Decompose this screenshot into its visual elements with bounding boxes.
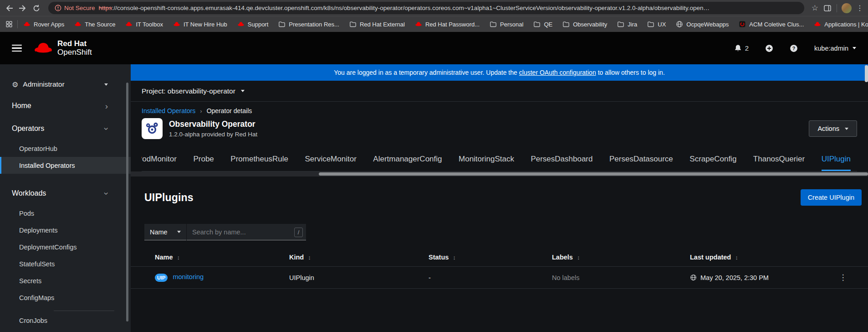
globe-icon	[690, 274, 697, 281]
row-kebab-menu[interactable]: ⋮	[818, 273, 868, 282]
tab-persesdashboard[interactable]: PersesDashboard	[531, 155, 592, 171]
browser-menu-icon[interactable]: ⋮	[856, 5, 863, 12]
bookmark-red-hat-external[interactable]: Red Hat External	[349, 21, 405, 28]
reload-icon[interactable]	[32, 4, 41, 13]
perspective-switcher[interactable]: ⚙ Administrator	[0, 74, 131, 94]
page-title: UIPlugins	[144, 192, 194, 204]
sidebar-item-cronjobs[interactable]: CronJobs	[0, 312, 131, 329]
bookmarks-bar: Rover Apps The Source IT Toolbox IT New …	[0, 16, 868, 32]
folder-icon	[647, 21, 654, 28]
bookmark-applications-konf[interactable]: Applications | Konf...	[814, 21, 868, 28]
tab-probe[interactable]: Probe	[193, 155, 214, 171]
notification-count: 2	[745, 44, 749, 52]
sidebar-item-operatorhub[interactable]: OperatorHub	[0, 140, 131, 157]
add-circle-icon[interactable]	[765, 44, 773, 52]
bookmark-rover-apps[interactable]: Rover Apps	[23, 21, 64, 28]
column-header-status[interactable]: Status	[429, 254, 449, 261]
bookmark-acm-coletive-clus[interactable]: ACM Coletive Clus...	[739, 21, 804, 28]
not-secure-chip[interactable]: Not Secure	[55, 5, 95, 11]
redhat-icon	[173, 21, 180, 28]
bookmark-ocpqewebapps[interactable]: OcpqeWebapps	[676, 21, 729, 28]
oauth-config-link[interactable]: cluster OAuth configuration	[519, 69, 596, 76]
page-scrollbar[interactable]	[865, 65, 868, 82]
bookmark-presentation-res[interactable]: Presentation Res...	[278, 21, 339, 28]
tab-prometheusrule[interactable]: PrometheusRule	[230, 155, 288, 171]
tab-podmonitor[interactable]: PodMonitor	[142, 155, 177, 171]
sort-icon[interactable]: ↕	[577, 254, 580, 261]
operator-subtitle: 1.2.0-alpha provided by Red Hat	[169, 131, 257, 138]
side-panel-icon[interactable]	[823, 4, 832, 13]
actions-button[interactable]: Actions	[809, 120, 857, 137]
bookmark-jira[interactable]: Jira	[617, 21, 637, 28]
bookmark-support[interactable]: Support	[237, 21, 269, 28]
sort-icon[interactable]: ↕	[177, 254, 180, 261]
sidebar-item-workloads[interactable]: Workloads ›	[0, 182, 131, 205]
tab-thanosquerier[interactable]: ThanosQuerier	[753, 155, 805, 171]
sort-icon[interactable]: ↕	[308, 254, 311, 261]
redhat-icon	[237, 21, 245, 28]
sidebar-item-deploymentconfigs[interactable]: DeploymentConfigs	[0, 239, 131, 255]
bookmark-observability[interactable]: Observability	[562, 21, 607, 28]
forward-icon[interactable]	[18, 4, 27, 13]
folder-icon	[349, 21, 357, 28]
sort-icon[interactable]: ↕	[453, 254, 456, 261]
bookmark-ux[interactable]: UX	[647, 21, 666, 28]
app-launcher-icon[interactable]	[709, 44, 718, 52]
sidebar-scrollbar[interactable]	[126, 83, 128, 322]
sidebar-item-configmaps[interactable]: ConfigMaps	[0, 289, 131, 306]
svg-text:?: ?	[792, 46, 796, 51]
table-header-row: Name↕ Kind↕ Status↕ Labels↕ Last updated…	[131, 248, 868, 267]
bookmark-it-new-hire-hub[interactable]: IT New Hire Hub	[173, 21, 227, 28]
tab-scrapeconfig[interactable]: ScrapeConfig	[689, 155, 736, 171]
address-bar[interactable]: Not Secure https://console-openshift-con…	[48, 2, 804, 14]
browser-profile-avatar[interactable]	[842, 3, 852, 13]
tab-alertmanagerconfig[interactable]: AlertmanagerConfig	[373, 155, 442, 171]
chevron-down-icon	[853, 47, 856, 49]
tab-persesdatasource[interactable]: PersesDatasource	[609, 155, 673, 171]
sidebar-item-installed-operators[interactable]: Installed Operators	[0, 157, 131, 174]
bookmark-personal[interactable]: Personal	[490, 21, 523, 28]
sidebar-item-secrets[interactable]: Secrets	[0, 272, 131, 289]
tab-servicemonitor[interactable]: ServiceMonitor	[305, 155, 356, 171]
sort-icon[interactable]: ↕	[735, 254, 738, 261]
sidebar-item-operators[interactable]: Operators ›	[0, 117, 131, 140]
sidebar-item-deployments[interactable]: Deployments	[0, 222, 131, 239]
help-circle-icon[interactable]: ?	[790, 44, 798, 52]
row-name-link[interactable]: monitoring	[173, 273, 204, 280]
filter-type-dropdown[interactable]: Name	[144, 224, 186, 240]
search-input[interactable]	[187, 224, 306, 240]
tab-monitoringstack[interactable]: MonitoringStack	[459, 155, 514, 171]
tabs-scrollbar-thumb[interactable]	[319, 172, 868, 176]
column-header-labels[interactable]: Labels	[552, 254, 573, 261]
user-menu[interactable]: kube:admin	[814, 45, 856, 52]
redhat-icon	[74, 21, 82, 28]
row-labels: No labels	[552, 274, 690, 281]
back-icon[interactable]	[5, 4, 14, 13]
apps-grid-icon[interactable]	[5, 21, 13, 28]
redhat-icon	[125, 21, 133, 28]
breadcrumb-installed-operators[interactable]: Installed Operators	[142, 107, 195, 114]
project-selector[interactable]: Project: observability-operator	[131, 81, 868, 102]
bookmark-red-hat-password[interactable]: Red Hat Password...	[415, 21, 480, 28]
column-header-last-updated[interactable]: Last updated	[690, 254, 731, 261]
nav-toggle-icon[interactable]	[12, 45, 22, 52]
notifications-bell[interactable]: 2	[734, 44, 749, 52]
bookmark-qe[interactable]: QE	[533, 21, 552, 28]
bookmark-it-toolbox[interactable]: IT Toolbox	[125, 21, 163, 28]
observability-operator-icon	[144, 121, 160, 136]
chevron-down-icon	[177, 231, 181, 233]
sidebar-item-pods[interactable]: Pods	[0, 205, 131, 222]
operator-title: Observability Operator	[169, 119, 257, 129]
bookmark-the-source[interactable]: The Source	[74, 21, 115, 28]
gear-icon: ⚙	[12, 80, 18, 89]
column-header-kind[interactable]: Kind	[289, 254, 304, 261]
tab-uiplugin[interactable]: UIPlugin	[822, 155, 851, 171]
brand-logo[interactable]: Red Hat OpenShift	[34, 40, 92, 57]
breadcrumb-current: Operator details	[207, 107, 252, 114]
sidebar-item-statefulsets[interactable]: StatefulSets	[0, 255, 131, 272]
sidebar-item-home[interactable]: Home ›	[0, 94, 131, 117]
folder-icon	[278, 21, 286, 28]
create-uiplugin-button[interactable]: Create UIPlugin	[801, 189, 862, 206]
column-header-name[interactable]: Name	[155, 254, 173, 261]
bookmark-star-icon[interactable]: ☆	[812, 3, 818, 13]
